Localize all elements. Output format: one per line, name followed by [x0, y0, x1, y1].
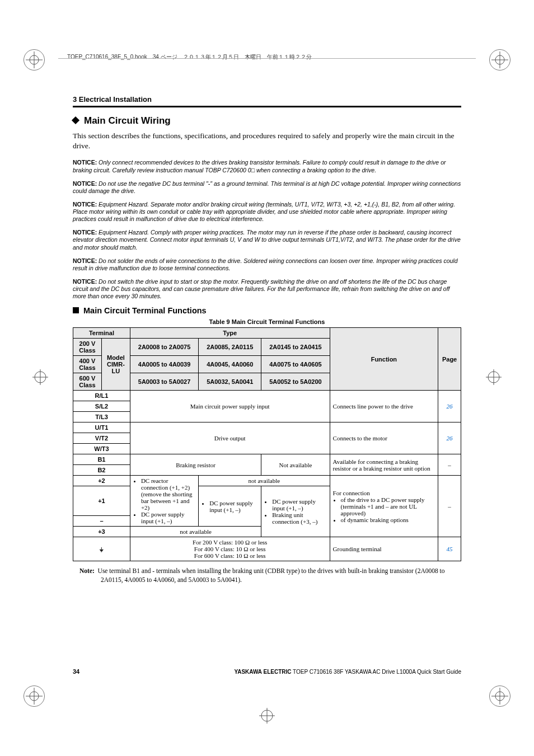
page-body: 3 Electrical Installation Main Circuit W… [73, 95, 461, 584]
term-plus1: +1 [73, 486, 130, 516]
cell-braking-func: Available for connecting a braking resis… [330, 454, 438, 476]
term-tl3: T/L3 [73, 412, 130, 422]
term-ut1: U/T1 [73, 422, 130, 433]
th-400v: 400 V Class [73, 356, 102, 373]
print-register-mark-tl [24, 49, 45, 71]
section-rule [73, 106, 461, 107]
ground-icon: ⏚ [100, 546, 104, 552]
th-600v-c3: 5A0052 to 5A0200 [261, 373, 330, 391]
notice-1: NOTICE: Only connect recommended devices… [73, 159, 461, 173]
term-rl1: R/L1 [73, 391, 130, 401]
table-row: R/L1 Main circuit power supply input Con… [73, 391, 461, 401]
cell-dc-col2: DC power supply input (+1, –) [199, 486, 261, 527]
th-200v-c1: 2A0008 to 2A0075 [130, 339, 198, 356]
cell-braking-page: – [438, 454, 461, 476]
table-caption: Table 9 Main Circuit Terminal Functions [73, 318, 461, 325]
footer-text: YASKAWA ELECTRIC TOEP C710616 38F YASKAW… [234, 669, 461, 675]
term-sl2: S/L2 [73, 401, 130, 412]
print-register-mark-br [489, 685, 510, 707]
cell-drive-output-type: Drive output [130, 422, 330, 454]
th-type: Type [130, 328, 330, 339]
print-register-mark-tr [489, 49, 510, 71]
section-breadcrumb: 3 Electrical Installation [73, 95, 461, 104]
notice-5: NOTICE: Do not solder the ends of wire c… [73, 257, 461, 272]
term-minus: – [73, 516, 130, 527]
cell-drive-output-func: Connects to the motor [330, 422, 438, 454]
table-row: ⏚ For 200 V class: 100 Ω or less For 400… [73, 537, 461, 561]
table-row: B1 Braking resistor Not available Availa… [73, 454, 461, 465]
cell-braking-type-c3: Not available [261, 454, 330, 476]
term-b2: B2 [73, 465, 130, 476]
th-600v-c2: 5A0032, 5A0041 [199, 373, 261, 391]
table-row: U/T1 Drive output Connects to the motor … [73, 422, 461, 433]
cell-main-power-type: Main circuit power supply input [130, 391, 330, 422]
cell-drive-output-page: 26 [438, 422, 461, 454]
th-200v-c2: 2A0085, 2A0115 [199, 339, 261, 356]
cell-dc-func: For connection of the drive to a DC powe… [330, 476, 438, 537]
diamond-icon [72, 116, 79, 124]
crop-mark-right [486, 369, 502, 385]
h3-text: Main Circuit Terminal Functions [83, 306, 207, 315]
cell-dc-col3: DC power supply input (+1, –) Braking un… [261, 486, 330, 537]
cell-plus3-notavail: not available [130, 527, 261, 537]
page-footer: 34 YASKAWA ELECTRIC TOEP C710616 38F YAS… [73, 668, 461, 675]
print-header-text: TOEP_C710616_38F_5_0.book 34 ページ ２０１３年１２… [67, 53, 312, 61]
heading-main-circuit-wiring: Main Circuit Wiring [73, 115, 461, 126]
th-terminal: Terminal [73, 328, 130, 339]
note-text: Use terminal B1 and - terminals when ins… [98, 567, 445, 583]
note-label: Note: [79, 567, 95, 574]
th-200v: 200 V Class [73, 339, 102, 356]
th-200v-c3: 2A0145 to 2A0415 [261, 339, 330, 356]
crop-mark-bottom [259, 708, 275, 724]
th-400v-c3: 4A0075 to 4A0605 [261, 356, 330, 373]
heading-terminal-functions: Main Circuit Terminal Functions [73, 306, 461, 315]
cell-plus2-notavail: not available [199, 476, 330, 486]
notice-6: NOTICE: Do not switch the drive input to… [73, 278, 461, 300]
notice-2: NOTICE: Do not use the negative DC bus t… [73, 180, 461, 195]
term-plus3: +3 [73, 527, 130, 537]
term-plus2: +2 [73, 476, 130, 486]
th-page: Page [438, 328, 461, 391]
square-icon [73, 307, 79, 313]
h2-text: Main Circuit Wiring [84, 115, 171, 126]
crop-mark-left [32, 369, 48, 385]
cell-braking-type: Braking resistor [130, 454, 261, 476]
notice-3: NOTICE: Equipment Hazard. Separate motor… [73, 201, 461, 223]
th-400v-c1: 4A0005 to 4A0039 [130, 356, 198, 373]
table-row: Terminal Type Function Page [73, 328, 461, 339]
term-vt2: V/T2 [73, 433, 130, 444]
th-400v-c2: 4A0045, 4A0060 [199, 356, 261, 373]
intro-paragraph: This section describes the functions, sp… [73, 131, 461, 151]
th-function: Function [330, 328, 438, 391]
cell-ground-func: Grounding terminal [330, 537, 438, 561]
cell-ground-page: 45 [438, 537, 461, 561]
term-b1: B1 [73, 454, 130, 465]
term-ground: ⏚ [73, 537, 130, 561]
cell-main-power-func: Connects line power to the drive [330, 391, 438, 422]
print-header-line [58, 58, 476, 59]
table-row: +2 DC reactor connection (+1, +2) (remov… [73, 476, 461, 486]
th-model: Model CIMR-LU [101, 339, 130, 391]
th-600v: 600 V Class [73, 373, 102, 391]
note-block: Note: Use terminal B1 and - terminals wh… [73, 567, 461, 584]
cell-main-power-page: 26 [438, 391, 461, 422]
cell-dc-col1: DC reactor connection (+1, +2) (remove t… [130, 476, 198, 527]
print-register-mark-bl [24, 685, 45, 707]
notice-4: NOTICE: Equipment Hazard. Comply with pr… [73, 229, 461, 251]
cell-dc-page: – [438, 476, 461, 537]
th-600v-c1: 5A0003 to 5A0027 [130, 373, 198, 391]
term-wt3: W/T3 [73, 444, 130, 454]
cell-ground-type: For 200 V class: 100 Ω or less For 400 V… [130, 537, 330, 561]
terminal-functions-table: Terminal Type Function Page 200 V Class … [73, 327, 461, 561]
footer-page-number: 34 [73, 668, 79, 675]
